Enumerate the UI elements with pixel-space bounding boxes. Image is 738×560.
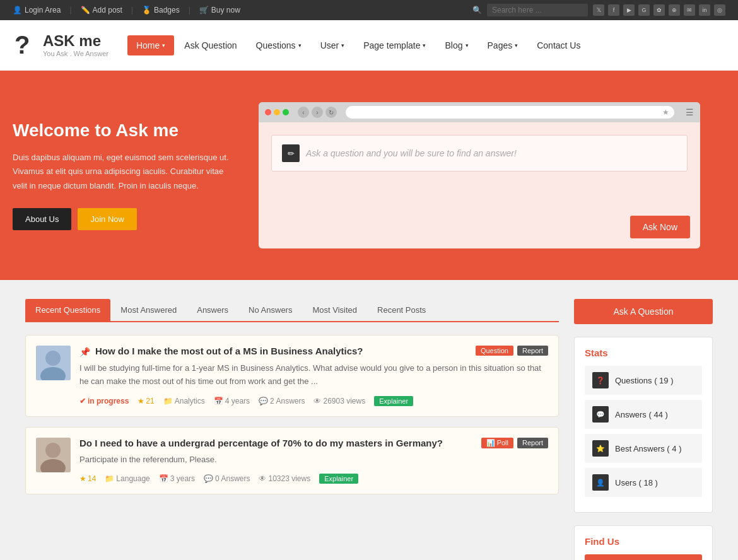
nav-contact[interactable]: Contact Us bbox=[528, 35, 589, 55]
stat-answers: 💬 Answers ( 44 ) bbox=[585, 400, 702, 429]
pencil-topbar-icon: ✏️ bbox=[81, 6, 90, 15]
hero-title: Welcome to Ask me bbox=[13, 120, 233, 141]
chart-icon: 📊 bbox=[486, 439, 495, 446]
content-area: Recent Questions Most Answered Answers N… bbox=[25, 299, 559, 560]
rss-subscribe-button[interactable]: ◎ Subscribe to RSS Feed bbox=[585, 554, 702, 560]
folder-icon-1: 📁 bbox=[163, 397, 173, 405]
badges-link[interactable]: 🏅 Badges bbox=[142, 6, 180, 15]
sidebar-ask-question-button[interactable]: Ask A Question bbox=[574, 299, 713, 324]
pin-icon-1: 📌 bbox=[79, 347, 90, 357]
youtube-icon[interactable]: ▶ bbox=[623, 4, 635, 16]
delicious-icon[interactable]: ⊕ bbox=[669, 4, 680, 16]
search-magnifier-icon: 🔍 bbox=[472, 6, 482, 15]
category-2: 📁 Language bbox=[105, 474, 149, 483]
hero-buttons: About Us Join Now bbox=[13, 208, 233, 230]
rss-topbar-icon[interactable]: ◎ bbox=[714, 4, 725, 16]
tab-most-answered[interactable]: Most Answered bbox=[110, 299, 187, 321]
social-icons: 𝕏 f ▶ G ✿ ⊕ ✉ in ◎ bbox=[593, 4, 725, 16]
browser-refresh-button[interactable]: ↻ bbox=[325, 107, 337, 118]
avatar-2 bbox=[36, 438, 71, 472]
q-body-2: Do I need to have a undergrad percentage… bbox=[79, 438, 548, 484]
stars-2: ★ 14 bbox=[79, 474, 96, 483]
logo[interactable]: ? ASK me You Ask . We Answer bbox=[13, 30, 108, 61]
eye-icon-2: 👁 bbox=[259, 474, 266, 483]
hero-section: Welcome to Ask me Duis dapibus aliquam m… bbox=[0, 71, 738, 280]
q-meta-1: ✔ in progress ★ 21 📁 Analytics 📅 4 years bbox=[79, 396, 548, 406]
browser-menu-icon[interactable]: ☰ bbox=[686, 107, 694, 117]
question-card-1: 📌 How do I make the most out of a MS in … bbox=[25, 335, 559, 417]
comment-icon-2: 💬 bbox=[204, 474, 213, 483]
hero-description: Duis dapibus aliquam mi, eget euismod se… bbox=[13, 151, 233, 192]
nav-blog[interactable]: Blog ▾ bbox=[436, 35, 477, 55]
folder-icon-2: 📁 bbox=[105, 474, 114, 483]
tag-explainer-2: Explainer bbox=[319, 474, 358, 484]
calendar-icon-1: 📅 bbox=[214, 397, 223, 405]
nav-home[interactable]: Home ▾ bbox=[127, 35, 174, 55]
tab-most-visited[interactable]: Most Visited bbox=[302, 299, 367, 321]
bookmark-icon: ★ bbox=[662, 108, 669, 117]
mail-icon[interactable]: ✉ bbox=[684, 4, 695, 16]
browser-url-input[interactable] bbox=[351, 108, 662, 116]
linkedin-icon[interactable]: in bbox=[699, 4, 710, 16]
top-bar-right: 🔍 𝕏 f ▶ G ✿ ⊕ ✉ in ◎ bbox=[472, 4, 725, 16]
best-answers-stat-icon: ⭐ bbox=[592, 440, 609, 457]
questions-stat-icon: ❓ bbox=[592, 372, 609, 388]
pages-chevron-icon: ▾ bbox=[515, 42, 518, 49]
report-button-1[interactable]: Report bbox=[517, 346, 548, 356]
nav-questions[interactable]: Questions ▾ bbox=[247, 35, 310, 55]
tab-answers[interactable]: Answers bbox=[187, 299, 238, 321]
twitter-icon[interactable]: 𝕏 bbox=[593, 4, 604, 16]
tab-recent-posts[interactable]: Recent Posts bbox=[367, 299, 436, 321]
report-button-2[interactable]: Report bbox=[517, 438, 548, 448]
blog-chevron-icon: ▾ bbox=[466, 42, 469, 49]
flickr-icon[interactable]: ✿ bbox=[653, 4, 665, 16]
tab-recent-questions[interactable]: Recent Questions bbox=[25, 299, 110, 321]
q-excerpt-2: Participate in the referendum, Please. bbox=[79, 453, 548, 467]
nav-pages[interactable]: Pages ▾ bbox=[479, 35, 527, 55]
browser-back-button[interactable]: ‹ bbox=[298, 107, 309, 118]
browser-bar: ‹ › ↻ ★ ☰ bbox=[259, 102, 700, 122]
comment-icon-1: 💬 bbox=[259, 397, 268, 405]
dot-red bbox=[265, 109, 271, 115]
ask-now-button[interactable]: Ask Now bbox=[630, 216, 690, 238]
dot-green bbox=[283, 109, 289, 115]
date-1: 📅 4 years bbox=[214, 397, 250, 405]
page-template-chevron-icon: ▾ bbox=[423, 42, 426, 49]
browser-forward-button[interactable]: › bbox=[312, 107, 323, 118]
browser-url-bar: ★ bbox=[346, 106, 674, 119]
q-title-row-1: 📌 How do I make the most out of a MS in … bbox=[79, 346, 548, 357]
nav-page-template[interactable]: Page template ▾ bbox=[354, 35, 435, 55]
navbar: ? ASK me You Ask . We Answer Home ▾ Ask … bbox=[0, 20, 738, 71]
search-input[interactable] bbox=[487, 4, 588, 16]
about-us-button[interactable]: About Us bbox=[13, 208, 71, 230]
logo-text: ASK me You Ask . We Answer bbox=[43, 32, 108, 59]
main-content: Recent Questions Most Answered Answers N… bbox=[13, 280, 725, 560]
browser-mockup: ‹ › ↻ ★ ☰ ✏ Ask a question and you will … bbox=[259, 102, 700, 248]
stat-questions: ❓ Questions ( 19 ) bbox=[585, 366, 702, 395]
eye-icon-1: 👁 bbox=[313, 397, 321, 405]
join-now-button[interactable]: Join Now bbox=[78, 208, 136, 230]
views-2: 👁 10323 views bbox=[259, 474, 310, 483]
nav-ask-question[interactable]: Ask Question bbox=[175, 35, 245, 55]
buy-now-link[interactable]: 🛒 Buy now bbox=[199, 6, 240, 15]
login-area-link[interactable]: 👤 Login Area bbox=[13, 6, 61, 15]
cart-icon: 🛒 bbox=[199, 6, 209, 15]
stats-title: Stats bbox=[585, 347, 702, 358]
google-icon[interactable]: G bbox=[638, 4, 650, 16]
svg-point-2 bbox=[45, 351, 61, 366]
svg-text:?: ? bbox=[15, 31, 30, 59]
pencil-icon: ✏ bbox=[282, 144, 300, 162]
question-card-2: Do I need to have a undergrad percentage… bbox=[25, 427, 559, 495]
tab-no-answers[interactable]: No Answers bbox=[238, 299, 302, 321]
users-stat-icon: 👤 bbox=[592, 474, 609, 491]
find-us-title: Find Us bbox=[585, 536, 702, 547]
tag-poll-2: 📊 Poll bbox=[481, 438, 513, 448]
facebook-icon[interactable]: f bbox=[608, 4, 619, 16]
calendar-icon-2: 📅 bbox=[159, 474, 168, 483]
q-tags-2: 📊 Poll Report bbox=[481, 438, 548, 448]
question-input-box[interactable]: ✏ Ask a question and you will be sure to… bbox=[271, 135, 688, 172]
q-title-2[interactable]: Do I need to have a undergrad percentage… bbox=[79, 438, 476, 448]
nav-user[interactable]: User ▾ bbox=[312, 35, 354, 55]
add-post-link[interactable]: ✏️ Add post bbox=[81, 6, 122, 15]
q-title-1[interactable]: How do I make the most out of a MS in Bu… bbox=[95, 346, 471, 356]
